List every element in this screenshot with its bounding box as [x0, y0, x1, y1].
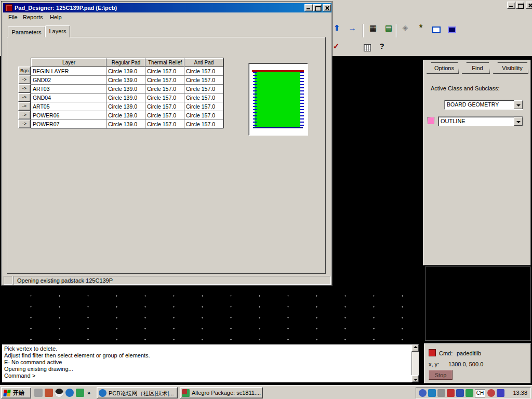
cell-anti[interactable]: Circle 157.0: [184, 120, 223, 129]
tray-app-icon[interactable]: [497, 389, 504, 397]
menu-file[interactable]: File: [5, 13, 21, 21]
task-button-allegro[interactable]: Allegro Package: sc1811....: [180, 387, 263, 398]
row-select-button[interactable]: ->: [18, 102, 31, 111]
highlight-button[interactable]: *: [414, 23, 428, 38]
keypad-button[interactable]: [361, 42, 374, 55]
cell-layer[interactable]: ART05: [31, 102, 107, 111]
xy-value: 1300.0, 500.0: [448, 361, 483, 367]
cell-regular[interactable]: Circle 139.0: [107, 120, 145, 129]
row-select-button[interactable]: ->: [18, 93, 31, 102]
grid-list-button[interactable]: ▤: [381, 23, 396, 38]
chevron-down-icon[interactable]: [514, 100, 523, 109]
main-close-button[interactable]: [526, 2, 532, 9]
cell-anti[interactable]: Circle 157.0: [184, 76, 223, 85]
row-select-button[interactable]: ->: [18, 111, 31, 119]
cell-regular[interactable]: Circle 139.0: [107, 111, 145, 120]
menu-help[interactable]: Help: [47, 13, 65, 21]
shadow-mode-button[interactable]: ◈: [398, 23, 413, 38]
cell-anti[interactable]: Circle 157.0: [184, 111, 223, 120]
menu-reports[interactable]: Reports: [20, 13, 46, 21]
linux-penguin-icon[interactable]: [55, 389, 63, 397]
network-icon[interactable]: [456, 389, 464, 397]
tab-parameters[interactable]: Parameters: [8, 26, 45, 37]
grid-toggle-button[interactable]: ▦: [366, 23, 380, 38]
stop-button[interactable]: Stop: [429, 370, 453, 380]
console-scrollbar[interactable]: [411, 344, 419, 382]
cell-layer[interactable]: POWER06: [31, 111, 107, 120]
printer-icon[interactable]: [34, 389, 43, 397]
messenger-icon[interactable]: [466, 389, 473, 397]
tray-app-icon[interactable]: [419, 389, 427, 397]
tab-find[interactable]: Find: [462, 62, 490, 74]
antivirus-icon[interactable]: [447, 389, 455, 397]
start-button[interactable]: 开始: [1, 387, 31, 398]
cell-regular[interactable]: Circle 139.0: [107, 76, 145, 85]
class-dropdown[interactable]: BOARD GEOMETRY: [444, 100, 523, 110]
volume-icon[interactable]: [437, 389, 445, 397]
cell-thermal[interactable]: Circle 157.0: [145, 102, 184, 111]
main-minimize-button[interactable]: [507, 2, 515, 9]
dialog-titlebar[interactable]: Pad_Designer: 125C139P.pad (E:\pcb): [3, 3, 331, 12]
cell-thermal[interactable]: Circle 157.0: [145, 67, 184, 76]
row-select-button[interactable]: ->: [18, 84, 31, 93]
dark-frame-button[interactable]: [445, 23, 459, 38]
dialog-close-button[interactable]: [323, 4, 331, 11]
tab-options[interactable]: Options: [427, 62, 459, 74]
subclass-dropdown[interactable]: OUTLINE: [438, 116, 523, 126]
col-header-anti-pad[interactable]: Anti Pad: [184, 58, 223, 67]
pad-designer-icon: [5, 4, 12, 11]
cell-anti[interactable]: Circle 157.0: [184, 85, 223, 94]
row-select-button[interactable]: ->: [18, 119, 31, 128]
cell-thermal[interactable]: Circle 157.0: [145, 85, 184, 94]
tab-layers[interactable]: Layers: [45, 25, 70, 37]
main-maximize-button[interactable]: [516, 2, 524, 9]
cell-anti[interactable]: Circle 157.0: [184, 102, 223, 111]
row-select-button[interactable]: Bgn: [18, 66, 31, 75]
cell-regular[interactable]: Circle 139.0: [107, 67, 145, 76]
cell-thermal[interactable]: Circle 157.0: [145, 76, 184, 85]
cell-thermal[interactable]: Circle 157.0: [145, 120, 184, 129]
import-icon: ⇑: [334, 23, 340, 32]
clock: 13:38: [513, 390, 527, 396]
display-icon[interactable]: [428, 389, 436, 397]
star-icon: *: [419, 23, 422, 32]
cell-thermal[interactable]: Circle 157.0: [145, 94, 184, 102]
console-prompt[interactable]: Command >: [4, 373, 35, 379]
col-header-regular-pad[interactable]: Regular Pad: [107, 58, 145, 67]
cell-anti[interactable]: Circle 157.0: [184, 67, 223, 76]
dialog-minimize-button[interactable]: [304, 4, 313, 11]
cell-regular[interactable]: Circle 139.0: [107, 85, 145, 94]
scroll-down-button[interactable]: [411, 375, 419, 382]
cell-layer[interactable]: BEGIN LAYER: [31, 67, 107, 76]
busy-indicator: [429, 349, 436, 356]
tab-visibility[interactable]: Visibility: [493, 62, 528, 74]
export-button[interactable]: →: [345, 23, 360, 38]
tab-options-label: Options: [434, 65, 454, 71]
quick-launch-chevron-icon[interactable]: »: [87, 390, 90, 396]
tray-app-icon[interactable]: [487, 389, 495, 397]
window-frame-button[interactable]: [429, 23, 444, 38]
subclass-color-swatch[interactable]: [428, 117, 434, 124]
row-select-button[interactable]: ->: [18, 75, 31, 84]
cell-layer[interactable]: ART03: [31, 85, 107, 94]
col-header-thermal-relief[interactable]: Thermal Relief: [145, 58, 184, 67]
dialog-maximize-button[interactable]: [313, 4, 322, 11]
app-shortcut-icon[interactable]: [45, 389, 53, 397]
language-indicator[interactable]: CH: [475, 389, 485, 397]
cell-regular[interactable]: Circle 139.0: [107, 102, 145, 111]
media-icon[interactable]: [76, 389, 84, 397]
world-view[interactable]: [425, 267, 531, 341]
grid-lines-icon: ▤: [385, 23, 392, 32]
browser-icon[interactable]: [65, 389, 74, 397]
task-button-pcb-forum[interactable]: PCB论坛网（社区|技术|...: [97, 387, 178, 398]
cell-anti[interactable]: Circle 157.0: [184, 94, 223, 102]
cell-layer[interactable]: GND02: [31, 76, 107, 85]
cell-layer[interactable]: POWER07: [31, 120, 107, 129]
chevron-down-icon[interactable]: [514, 117, 523, 126]
col-header-layer[interactable]: Layer: [31, 58, 107, 67]
cell-regular[interactable]: Circle 139.0: [107, 94, 145, 102]
cell-thermal[interactable]: Circle 157.0: [145, 111, 184, 120]
cell-layer[interactable]: GND04: [31, 94, 107, 102]
help-button[interactable]: ?: [375, 42, 389, 55]
scroll-up-button[interactable]: [411, 344, 419, 352]
